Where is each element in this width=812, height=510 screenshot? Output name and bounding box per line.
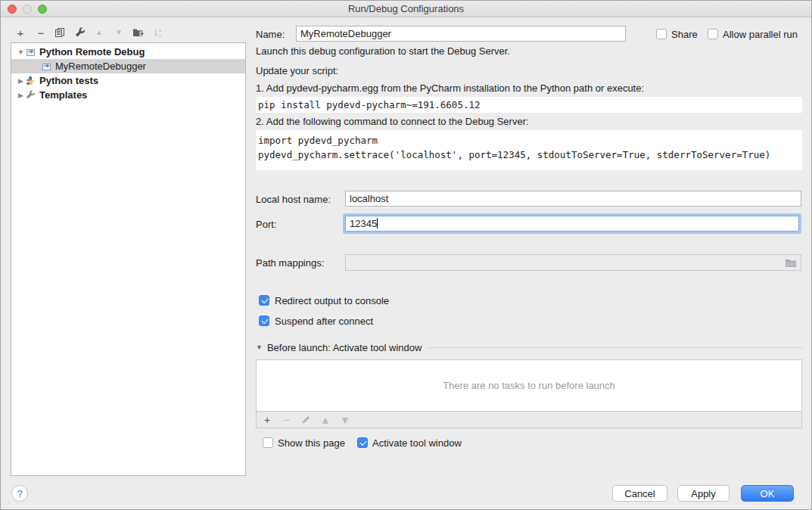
- show-this-page-checkbox[interactable]: [263, 437, 273, 448]
- move-up-button[interactable]: ▲: [92, 25, 107, 40]
- expander-collapsed-icon[interactable]: ▶: [16, 77, 26, 85]
- copy-icon: [54, 27, 65, 38]
- local-host-label: Local host name:: [256, 194, 331, 206]
- help-button[interactable]: ?: [11, 485, 28, 502]
- port-input[interactable]: 12345: [345, 216, 799, 232]
- titlebar: Run/Debug Configurations: [1, 1, 811, 17]
- tree-item-label: MyRemoteDebugger: [55, 61, 146, 72]
- move-task-down-button[interactable]: ▼: [340, 416, 350, 424]
- edit-templates-button[interactable]: [73, 25, 88, 40]
- copy-configuration-button[interactable]: [52, 25, 67, 40]
- pip-install-code: pip install pydevd-pycharm~=191.6605.12: [256, 97, 802, 113]
- python-tests-icon: [26, 76, 36, 86]
- tree-item-python-remote-debug[interactable]: ▼ Python Remote Debug: [11, 45, 245, 59]
- no-tasks-message: There are no tasks to run before launch: [443, 380, 615, 391]
- remove-task-button[interactable]: −: [282, 414, 292, 426]
- remote-debug-config-icon: [42, 61, 51, 71]
- redirect-output-label: Redirect output to console: [275, 295, 389, 307]
- intro-text: Launch this debug configuration to start…: [256, 45, 510, 58]
- move-down-button[interactable]: ▼: [111, 25, 126, 40]
- tasks-toolbar: + − ▲ ▼: [256, 412, 802, 428]
- suspend-after-connect-label: Suspend after connect: [275, 316, 373, 328]
- window-title: Run/Debug Configurations: [1, 3, 811, 14]
- update-script-text: Update your script:: [256, 65, 338, 77]
- question-mark-icon: ?: [17, 488, 22, 499]
- run-debug-configurations-dialog: Run/Debug Configurations + − ▲ ▼ a z: [0, 0, 812, 510]
- path-mappings-input[interactable]: [345, 254, 801, 271]
- add-configuration-button[interactable]: +: [13, 25, 28, 40]
- expander-expanded-icon[interactable]: ▼: [16, 48, 26, 56]
- redirect-output-checkbox[interactable]: [259, 295, 269, 306]
- step1-text: 1. Add pydevd-pycharm.egg from the PyCha…: [256, 82, 644, 95]
- tree-item-label: Templates: [39, 89, 87, 101]
- apply-button[interactable]: Apply: [677, 485, 730, 502]
- header-divider: [428, 347, 802, 348]
- expander-collapsed-icon[interactable]: ▶: [16, 92, 26, 99]
- wrench-icon: [75, 27, 86, 38]
- new-folder-button[interactable]: [131, 25, 146, 40]
- svg-text:a: a: [159, 28, 162, 33]
- cancel-button[interactable]: Cancel: [612, 485, 667, 502]
- remote-debug-config-icon: [26, 47, 36, 57]
- activate-tool-window-checkbox[interactable]: [357, 437, 368, 448]
- allow-parallel-run-label: Allow parallel run: [723, 29, 798, 41]
- configurations-tree: ▼ Python Remote Debug MyRemoteDebugger ▶…: [11, 42, 246, 476]
- triangle-up-icon: ▲: [95, 29, 103, 36]
- name-input[interactable]: [296, 26, 626, 42]
- section-expander-icon[interactable]: ▼: [256, 344, 263, 351]
- before-launch-title: Before launch: Activate tool window: [267, 342, 422, 353]
- move-task-up-button[interactable]: ▲: [320, 416, 331, 424]
- sort-configurations-button[interactable]: a z: [151, 25, 166, 40]
- ok-button[interactable]: OK: [741, 485, 794, 502]
- name-label: Name:: [256, 29, 285, 41]
- code-settrace-line: pydevd_pycharm.settrace('localhost', por…: [258, 149, 770, 160]
- activate-tool-window-label: Activate tool window: [372, 437, 462, 449]
- plus-icon: +: [17, 26, 24, 39]
- triangle-down-icon: ▼: [115, 29, 123, 36]
- before-launch-tasks-list[interactable]: There are no tasks to run before launch: [256, 359, 802, 412]
- tree-item-myremotedebugger[interactable]: MyRemoteDebugger: [11, 59, 245, 73]
- path-mappings-label: Path mappings:: [256, 257, 324, 269]
- share-label: Share: [671, 29, 698, 41]
- show-this-page-label: Show this page: [278, 437, 345, 449]
- tree-item-templates[interactable]: ▶ Templates: [11, 88, 245, 102]
- suspend-after-connect-checkbox[interactable]: [259, 316, 269, 326]
- step2-text: 2. Add the following command to connect …: [256, 116, 529, 128]
- port-label: Port:: [256, 219, 276, 231]
- port-value: 12345: [350, 218, 377, 229]
- sort-az-icon: a z: [153, 27, 163, 38]
- local-host-input[interactable]: [345, 191, 801, 207]
- remove-configuration-button[interactable]: −: [33, 25, 48, 40]
- code-import-line: import pydevd_pycharm: [258, 135, 378, 146]
- templates-wrench-icon: [26, 90, 36, 100]
- settrace-code: import pydevd_pycharmpydevd_pycharm.sett…: [256, 130, 802, 170]
- before-launch-header[interactable]: ▼ Before launch: Activate tool window: [256, 341, 802, 353]
- minus-icon: −: [38, 26, 45, 39]
- allow-parallel-run-checkbox[interactable]: [708, 29, 718, 39]
- tree-item-label: Python Remote Debug: [39, 46, 145, 58]
- add-task-button[interactable]: +: [262, 414, 272, 426]
- new-folder-icon: [132, 27, 145, 38]
- text-caret: [377, 218, 378, 229]
- tree-item-label: Python tests: [39, 75, 98, 86]
- edit-task-button[interactable]: [301, 415, 311, 424]
- tree-item-python-tests[interactable]: ▶ Python tests: [11, 73, 245, 88]
- browse-folder-icon[interactable]: [785, 258, 797, 268]
- share-checkbox[interactable]: [656, 29, 667, 39]
- svg-text:z: z: [159, 33, 161, 38]
